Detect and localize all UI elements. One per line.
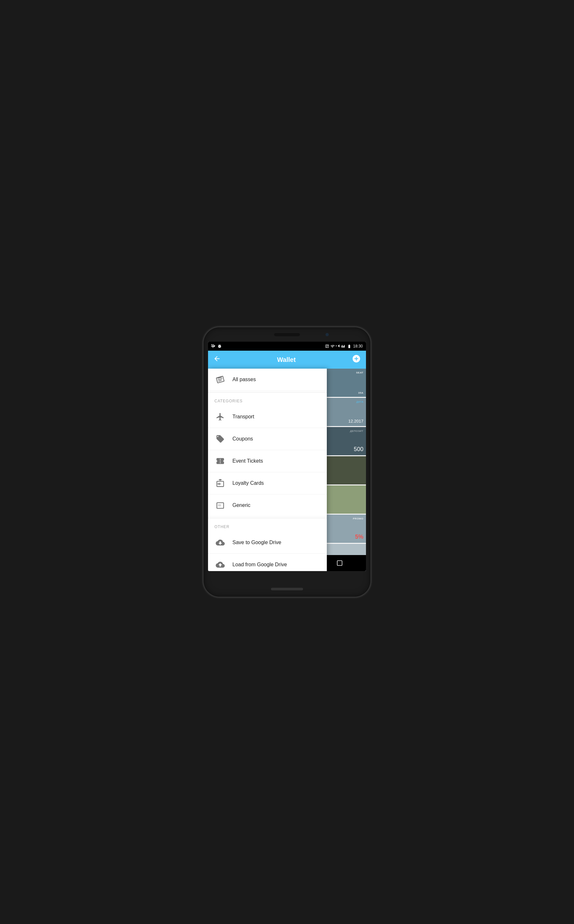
promo-value: 5% bbox=[355, 534, 363, 540]
divider-2 bbox=[208, 518, 327, 518]
time-display: 18:30 bbox=[353, 344, 363, 349]
debug-icon bbox=[217, 344, 222, 349]
deposit-label: ДЕПОЗИТ bbox=[350, 430, 363, 432]
status-left-icons bbox=[211, 344, 222, 349]
promo-label: PROMO bbox=[353, 517, 363, 520]
save-drive-icon bbox=[214, 537, 226, 548]
signal-bars-icon bbox=[341, 344, 345, 349]
date-label: ДАТА bbox=[356, 401, 363, 403]
load-drive-item[interactable]: Load from Google Drive bbox=[208, 554, 327, 571]
phone-camera bbox=[325, 333, 329, 336]
transport-item[interactable]: Transport bbox=[208, 406, 327, 428]
save-drive-label: Save to Google Drive bbox=[232, 540, 281, 545]
app-bar: Wallet bbox=[208, 350, 366, 369]
all-passes-item[interactable]: All passes bbox=[208, 369, 327, 391]
drawer-menu: All passes CATEGORIES Transport bbox=[208, 369, 327, 571]
transport-icon bbox=[214, 411, 226, 423]
phone-speaker bbox=[274, 333, 300, 336]
recents-nav-button[interactable] bbox=[332, 557, 348, 569]
svg-text:%: % bbox=[220, 438, 223, 441]
event-tickets-label: Event Tickets bbox=[232, 458, 263, 464]
other-header: OTHER bbox=[208, 519, 327, 532]
load-drive-label: Load from Google Drive bbox=[232, 562, 287, 567]
generic-label: Generic bbox=[232, 503, 251, 508]
wifi-icon bbox=[330, 344, 334, 349]
seat-number: 35A bbox=[358, 391, 363, 394]
categories-header: CATEGORIES bbox=[208, 394, 327, 406]
coupons-item[interactable]: % Coupons bbox=[208, 428, 327, 450]
status-bar: 18:30 bbox=[208, 342, 366, 350]
nfc-icon bbox=[325, 344, 329, 348]
phone-screen: 18:30 Wallet bbox=[208, 342, 366, 571]
loyalty-cards-item[interactable]: Loyalty Cards bbox=[208, 472, 327, 494]
date-value: 12.2017 bbox=[348, 419, 363, 423]
loyalty-cards-icon bbox=[214, 478, 226, 489]
content-area: FLIGHT SEAT A0604 35A ДАТА 12.2017 bbox=[208, 369, 366, 571]
event-tickets-item[interactable]: Event Tickets bbox=[208, 450, 327, 472]
save-drive-item[interactable]: Save to Google Drive bbox=[208, 532, 327, 554]
phone-home-button[interactable] bbox=[271, 588, 303, 590]
coupons-icon: % bbox=[214, 433, 226, 445]
svg-rect-2 bbox=[219, 479, 221, 481]
loyalty-cards-label: Loyalty Cards bbox=[232, 480, 264, 486]
phone-frame: 18:30 Wallet bbox=[203, 327, 371, 597]
svg-rect-4 bbox=[337, 561, 342, 566]
deposit-value: 500 bbox=[354, 446, 363, 453]
add-button[interactable] bbox=[352, 354, 361, 365]
all-passes-icon bbox=[214, 374, 226, 385]
usb-icon bbox=[211, 344, 216, 349]
event-tickets-icon bbox=[214, 455, 226, 467]
back-button[interactable] bbox=[213, 355, 221, 365]
status-right-icons: 18:30 bbox=[325, 344, 363, 349]
generic-icon bbox=[214, 500, 226, 511]
generic-item[interactable]: Generic bbox=[208, 494, 327, 517]
transport-label: Transport bbox=[232, 414, 254, 420]
app-title: Wallet bbox=[277, 356, 296, 363]
load-drive-icon bbox=[214, 559, 226, 570]
coupons-label: Coupons bbox=[232, 436, 253, 442]
all-passes-label: All passes bbox=[232, 377, 256, 382]
battery-icon bbox=[347, 344, 352, 349]
signal-icon bbox=[336, 344, 340, 349]
seat-label: SEAT bbox=[356, 371, 363, 374]
